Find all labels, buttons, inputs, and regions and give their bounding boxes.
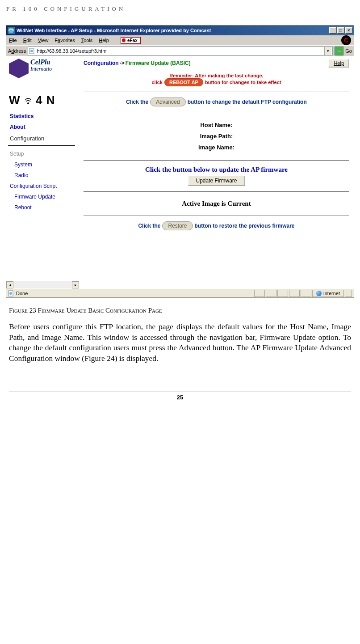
ie-app-icon — [8, 27, 15, 34]
status-tray — [253, 290, 311, 297]
address-dropdown-icon[interactable]: ▾ — [324, 47, 331, 55]
menu-edit[interactable]: Edit — [23, 38, 32, 43]
done-icon — [8, 290, 14, 297]
advanced-hint: Click the Advanced button to change the … — [84, 97, 349, 106]
reminder-text-2a: click — [152, 80, 163, 85]
close-button[interactable]: × — [345, 27, 352, 34]
svg-point-2 — [30, 50, 33, 52]
sidebar-item-system[interactable]: System — [8, 159, 79, 170]
status-panel — [266, 290, 276, 297]
status-panel — [289, 290, 300, 297]
menu-favorites[interactable]: Favorites — [54, 38, 75, 43]
comcast-logo-icon: C — [341, 35, 351, 45]
advanced-button[interactable]: Advanced — [150, 97, 185, 106]
advanced-suffix: button to change the default FTP configu… — [188, 99, 307, 105]
divider — [84, 160, 349, 161]
window-title-bar: Wi4Net Web Interface - AP Setup - Micros… — [6, 25, 354, 35]
svg-point-5 — [9, 292, 12, 295]
svg-point-0 — [8, 28, 14, 33]
status-panel — [254, 290, 265, 297]
minimize-button[interactable]: _ — [329, 27, 336, 34]
image-name-label: Image Name: — [84, 142, 349, 153]
image-path-label: Image Path: — [84, 131, 349, 142]
menu-tools[interactable]: Tools — [81, 38, 93, 43]
crumb-configuration[interactable]: Configuration — [84, 60, 119, 66]
figure-caption: Figure 23 Firmware Update Basic Configur… — [9, 307, 356, 314]
status-done-panel: Done — [8, 290, 253, 297]
window-title: Wi4Net Web Interface - AP Setup - Micros… — [17, 28, 211, 33]
restore-hint: Click the Restore button to restore the … — [84, 221, 349, 230]
restore-button[interactable]: Restore — [162, 221, 193, 230]
wi4net-logo: W 4 N — [6, 93, 79, 107]
divider — [84, 112, 349, 112]
status-panel — [277, 290, 288, 297]
efax-toolbar-button[interactable]: eFax — [121, 37, 141, 44]
divider — [84, 216, 349, 216]
zone-text: Internet — [323, 291, 340, 296]
nav-sidebar: Statistics About Configuration Setup Sys… — [6, 107, 79, 213]
sidebar-item-firmware-update[interactable]: Firmware Update — [8, 191, 79, 202]
brand-area: CelPla Internatio — [6, 56, 79, 93]
sidebar-item-statistics[interactable]: Statistics — [8, 111, 79, 122]
go-button-label[interactable]: Go — [345, 48, 352, 54]
update-firmware-button[interactable]: Update Firmware — [188, 175, 245, 186]
main-panel: Configuration -> Firmware Update (BASIC)… — [79, 56, 354, 288]
svg-point-3 — [27, 102, 29, 104]
menu-bar: File Edit View Favorites Tools Help eFax… — [6, 35, 354, 45]
browser-window: Wi4Net Web Interface - AP Setup - Micros… — [6, 25, 354, 298]
divider — [84, 191, 349, 192]
address-bar: Address http://63.98.33.104/setupfr3.htm… — [6, 45, 354, 56]
help-button[interactable]: Help — [328, 59, 349, 68]
celplan-logo-icon — [9, 59, 29, 78]
reminder-text-2b: button for changes to take effect — [205, 80, 281, 85]
brand-name: CelPla — [30, 59, 52, 66]
sidebar-item-setup: Setup — [8, 148, 79, 159]
sidebar-item-radio[interactable]: Radio — [8, 170, 79, 181]
scroll-track[interactable] — [13, 281, 72, 288]
status-bar: Done Internet — [6, 288, 354, 297]
brand-subtitle: Internatio — [30, 66, 52, 72]
status-panel — [301, 290, 311, 297]
security-zone: Internet — [312, 290, 344, 297]
body-paragraph: Before users configure this FTP location… — [4, 322, 356, 364]
advanced-prefix: Click the — [126, 99, 148, 105]
reminder-text-1: Reminder: After making the last change, — [84, 73, 349, 78]
address-url: http://63.98.33.104/setupfr3.htm — [37, 48, 106, 54]
update-heading: Click the button below to update the AP … — [84, 166, 349, 174]
address-input[interactable]: http://63.98.33.104/setupfr3.htm ▾ — [28, 47, 333, 55]
divider — [84, 92, 349, 92]
restore-prefix: Click the — [138, 223, 160, 229]
page-icon — [29, 48, 35, 54]
breadcrumb: Configuration -> Firmware Update (BASIC)… — [84, 59, 349, 68]
restore-suffix: button to restore the previous firmware — [195, 223, 295, 229]
page-content: CelPla Internatio W 4 N Statistics About… — [6, 56, 354, 288]
status-done-text: Done — [16, 291, 28, 296]
host-name-label: Host Name: — [84, 119, 349, 131]
sidebar-item-about[interactable]: About — [8, 122, 79, 132]
address-label: Address — [8, 48, 26, 54]
horizontal-scrollbar[interactable]: ◂ ▸ — [6, 281, 79, 288]
menu-file[interactable]: File — [9, 38, 17, 43]
footer-rule — [9, 391, 351, 391]
active-image-status: Active Image is Current — [84, 197, 349, 210]
sidebar-item-configuration[interactable]: Configuration — [8, 132, 79, 144]
reminder-block: Reminder: After making the last change, … — [84, 73, 349, 86]
go-button-icon[interactable]: → — [335, 47, 343, 55]
sidebar-item-config-script[interactable]: Configuration Script — [8, 181, 79, 191]
reboot-ap-button[interactable]: REBOOT AP — [164, 78, 203, 86]
menu-help[interactable]: Help — [99, 38, 109, 43]
scroll-right-icon[interactable]: ▸ — [72, 281, 79, 288]
document-running-header: FR 100 CONFIGURATION — [4, 4, 356, 25]
resize-grip[interactable] — [345, 290, 352, 297]
crumb-current: Firmware Update (BASIC) — [126, 60, 191, 66]
scroll-left-icon[interactable]: ◂ — [6, 281, 13, 288]
sidebar-item-reboot[interactable]: Reboot — [8, 202, 79, 213]
crumb-arrow: -> — [119, 60, 126, 66]
ftp-form: Host Name: Image Path: Image Name: — [84, 118, 349, 155]
menu-view[interactable]: View — [38, 38, 49, 43]
sidebar-divider — [8, 145, 75, 146]
globe-icon — [316, 291, 322, 296]
left-sidebar: CelPla Internatio W 4 N Statistics About… — [6, 56, 79, 288]
maximize-button[interactable]: □ — [337, 27, 344, 34]
page-number: 25 — [4, 394, 356, 401]
